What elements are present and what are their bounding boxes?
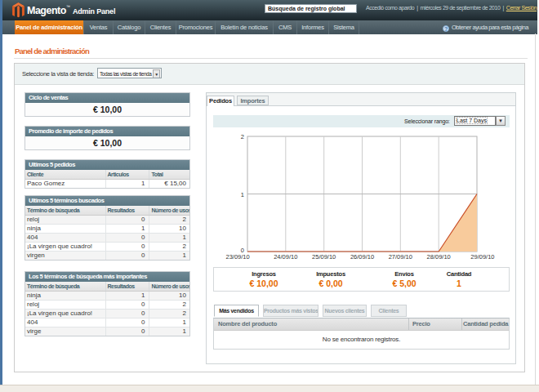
svg-text:26/09/10: 26/09/10 [350, 253, 374, 261]
svg-text:24/09/10: 24/09/10 [274, 253, 297, 261]
svg-text:29/09/10: 29/09/10 [470, 253, 494, 261]
svg-text:27/09/10: 27/09/10 [389, 253, 412, 261]
svg-text:28/09/10: 28/09/10 [427, 253, 451, 261]
svg-text:23/09/10: 23/09/10 [226, 253, 250, 261]
svg-text:1: 1 [241, 191, 244, 198]
svg-text:2: 2 [241, 133, 244, 140]
svg-text:25/09/10: 25/09/10 [312, 253, 336, 261]
